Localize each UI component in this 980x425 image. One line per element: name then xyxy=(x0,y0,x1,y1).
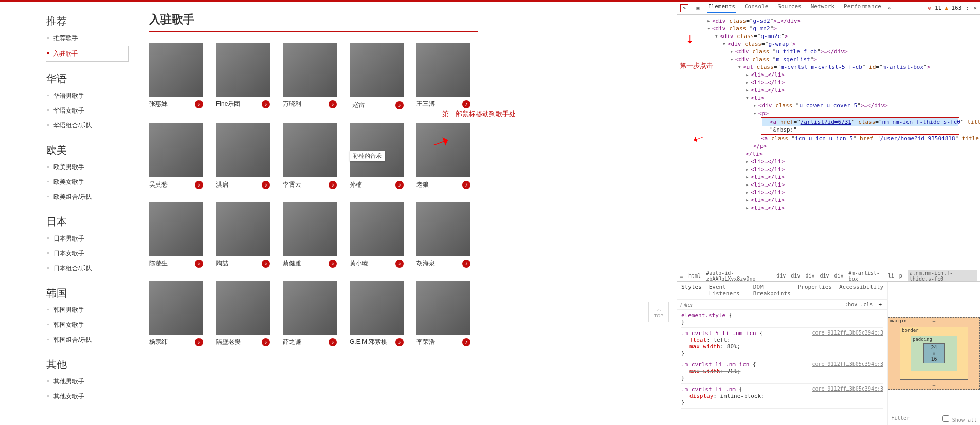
artist-name-link[interactable]: G.E.M.邓紫棋 xyxy=(350,338,387,346)
sidebar-item[interactable]: 华语男歌手 xyxy=(46,88,129,103)
hov-toggle[interactable]: :hov xyxy=(845,302,857,307)
devtools-tab[interactable]: Sources xyxy=(776,3,802,13)
sidebar-item[interactable]: 推荐歌手 xyxy=(46,31,129,46)
sidebar-item[interactable]: 韩国男歌手 xyxy=(46,303,129,318)
artist-name-link[interactable]: 胡海泉 xyxy=(416,259,435,268)
sidebar-item[interactable]: 日本组合/乐队 xyxy=(46,261,129,276)
add-rule-button[interactable]: + xyxy=(876,301,884,308)
devtools-tab[interactable]: Console xyxy=(743,3,769,13)
artist-home-icon[interactable]: ♪ xyxy=(462,260,470,268)
breadcrumb-item[interactable]: html xyxy=(688,273,701,279)
styles-subtab[interactable]: Accessibility xyxy=(839,284,883,297)
artist-cover[interactable] xyxy=(283,43,337,97)
rule-source-link[interactable]: core_9112ff…3b05c394c:3 xyxy=(812,330,883,337)
artist-home-icon[interactable]: ♪ xyxy=(262,100,270,108)
dom-breadcrumb[interactable]: …html#auto-id-zbAARqLXyx8zvDnodivdivdivd… xyxy=(677,270,980,281)
styles-filter-input[interactable] xyxy=(680,302,842,308)
sidebar-item[interactable]: 欧美组合/乐队 xyxy=(46,190,129,205)
breadcrumb-item[interactable]: #auto-id-zbAARqLXyx8zvDno xyxy=(706,270,771,282)
artist-cover[interactable] xyxy=(350,43,404,97)
sidebar-item[interactable]: 日本男歌手 xyxy=(46,231,129,246)
artist-home-icon[interactable]: ♪ xyxy=(195,260,203,268)
artist-cover[interactable] xyxy=(149,281,203,335)
artist-home-icon[interactable]: ♪ xyxy=(262,260,270,268)
artist-home-icon[interactable]: ♪ xyxy=(462,338,470,346)
warning-count-badge[interactable]: ▲ 163 xyxy=(945,5,961,11)
artist-cover[interactable] xyxy=(216,43,270,97)
artist-home-icon[interactable]: ♪ xyxy=(329,100,337,108)
artist-home-icon[interactable]: ♪ xyxy=(462,100,470,108)
artist-name-link[interactable]: Fine乐团 xyxy=(216,100,240,108)
artist-name-link[interactable]: 杨宗纬 xyxy=(149,338,168,346)
sidebar-item[interactable]: 韩国组合/乐队 xyxy=(46,332,129,347)
artist-name-link[interactable]: 王三溥 xyxy=(416,100,435,108)
artist-cover[interactable] xyxy=(416,281,470,335)
rule-source-link[interactable]: core_9112ff…3b05c394c:3 xyxy=(812,361,883,368)
devtools-close-icon[interactable]: ✕ xyxy=(973,5,977,11)
cls-toggle[interactable]: .cls xyxy=(860,302,873,307)
css-declaration[interactable]: float: left; xyxy=(681,337,883,343)
artist-home-icon[interactable]: ♪ xyxy=(262,338,270,346)
artist-home-icon[interactable]: ♪ xyxy=(329,181,337,189)
devtools-tab[interactable]: Performance xyxy=(843,3,882,13)
artist-cover[interactable] xyxy=(216,123,270,177)
devtools-tab[interactable]: Network xyxy=(810,3,836,13)
breadcrumb-item[interactable]: li xyxy=(888,273,894,279)
artist-name-link[interactable]: 隔壁老樊 xyxy=(216,338,241,346)
breadcrumb-item[interactable]: div xyxy=(834,273,844,279)
artist-cover[interactable] xyxy=(149,202,203,256)
breadcrumb-item[interactable]: div xyxy=(776,273,786,279)
css-declaration[interactable]: display: inline-block; xyxy=(681,393,883,399)
artist-name-link[interactable]: 吴莫愁 xyxy=(149,180,168,189)
artist-cover[interactable] xyxy=(416,43,470,97)
artist-name-link[interactable]: 李荣浩 xyxy=(416,338,435,346)
dom-tree[interactable]: ▸<div class="g-sd2">…</div> ▾<div class=… xyxy=(677,15,980,270)
artist-name-link[interactable]: 李霄云 xyxy=(283,180,301,189)
breadcrumb-item[interactable]: div xyxy=(820,273,829,279)
artist-home-icon[interactable]: ♪ xyxy=(329,260,337,268)
artist-name-link[interactable]: 陶喆 xyxy=(216,259,228,268)
breadcrumb-item[interactable]: p xyxy=(899,273,902,279)
rule-source-link[interactable]: core_9112ff…3b05c394c:3 xyxy=(812,386,883,393)
artist-home-icon[interactable]: ♪ xyxy=(195,338,203,346)
breadcrumb-item[interactable]: div xyxy=(791,273,800,279)
sidebar-item[interactable]: 入驻歌手 xyxy=(46,46,129,62)
artist-home-icon[interactable]: ♪ xyxy=(262,181,270,189)
artist-cover[interactable] xyxy=(283,281,337,335)
sidebar-item[interactable]: 欧美女歌手 xyxy=(46,175,129,190)
artist-cover[interactable] xyxy=(149,43,203,97)
artist-name-link[interactable]: 万晓利 xyxy=(283,100,301,108)
styles-subtab[interactable]: Event Listeners xyxy=(709,284,746,297)
breadcrumb-item[interactable]: a.nm.nm-icn.f-thide.s-fc0 xyxy=(908,270,977,281)
artist-name-link[interactable]: 洪启 xyxy=(216,180,228,189)
artist-name-link[interactable]: 薛之谦 xyxy=(283,338,301,346)
breadcrumb-item[interactable]: #m-artist-box xyxy=(849,270,883,282)
artist-cover[interactable] xyxy=(149,123,203,177)
artist-home-icon[interactable]: ♪ xyxy=(395,338,404,346)
artist-name-link[interactable]: 孙楠 xyxy=(350,180,362,189)
styles-subtab[interactable]: Properties xyxy=(798,284,832,297)
artist-name-link[interactable]: 黄小琥 xyxy=(350,259,368,268)
breadcrumb-item[interactable]: div xyxy=(805,273,814,279)
artist-cover[interactable] xyxy=(350,202,404,256)
sidebar-item[interactable]: 其他男歌手 xyxy=(46,374,129,389)
sidebar-item[interactable]: 华语女歌手 xyxy=(46,103,129,118)
inspect-element-icon[interactable]: ⬉ xyxy=(680,4,688,12)
css-declaration[interactable]: max-width: 76%; xyxy=(681,368,883,375)
show-all-checkbox[interactable] xyxy=(942,415,949,422)
artist-cover[interactable] xyxy=(283,202,337,256)
device-toolbar-icon[interactable]: ▣ xyxy=(694,4,702,12)
artist-home-icon[interactable]: ♪ xyxy=(395,101,404,109)
sidebar-item[interactable]: 韩国女歌手 xyxy=(46,318,129,332)
devtools-tab[interactable]: Elements xyxy=(707,3,736,13)
artist-cover[interactable] xyxy=(350,281,404,335)
more-tabs-icon[interactable]: » xyxy=(887,5,891,11)
artist-cover[interactable] xyxy=(283,123,337,177)
breadcrumb-item[interactable]: … xyxy=(680,273,683,279)
artist-home-icon[interactable]: ♪ xyxy=(395,181,404,189)
artist-name-link[interactable]: 老狼 xyxy=(416,180,429,189)
error-count-badge[interactable]: ⊗ 11 xyxy=(928,5,942,11)
sidebar-item[interactable]: 华语组合/乐队 xyxy=(46,118,129,133)
artist-home-icon[interactable]: ♪ xyxy=(195,181,203,189)
artist-home-icon[interactable]: ♪ xyxy=(329,338,337,346)
